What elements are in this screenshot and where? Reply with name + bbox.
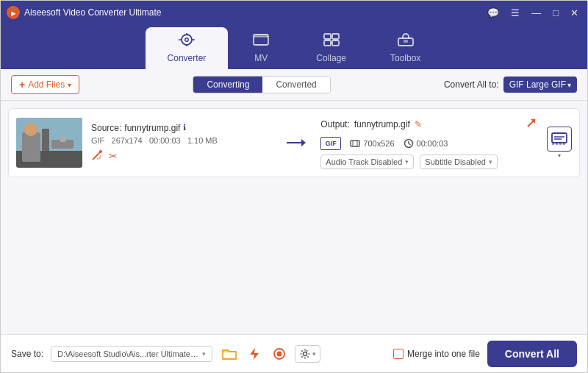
audio-track-label: Audio Track Disabled <box>326 157 402 166</box>
output-resolution: 700x526 <box>363 139 394 148</box>
svg-rect-22 <box>42 129 49 151</box>
converter-icon <box>179 33 195 50</box>
add-files-button[interactable]: + Add Files ▾ <box>11 75 79 94</box>
file-thumbnail <box>16 118 82 168</box>
audio-caret-icon: ▾ <box>405 158 409 166</box>
app-logo: ▶ <box>7 6 20 19</box>
subtitle-caret-icon: ▾ <box>489 158 492 166</box>
title-bar: ▶ Aiseesoft Video Converter Ultimate 💬 ☰… <box>1 1 587 24</box>
menu-icon[interactable]: ☰ <box>508 6 523 20</box>
edit-caret-icon: ▾ <box>558 152 561 159</box>
bottom-bar: Save to: D:\Aiseesoft Studio\Ais...rter … <box>1 334 587 372</box>
add-files-caret-icon: ▾ <box>68 81 71 89</box>
svg-rect-24 <box>60 136 66 142</box>
toolbox-icon <box>398 33 414 50</box>
plus-icon: + <box>19 79 25 90</box>
minimize-button[interactable]: — <box>528 6 544 20</box>
svg-rect-41 <box>552 133 567 143</box>
format-caret-icon: ▾ <box>567 81 571 89</box>
collage-icon <box>323 33 340 50</box>
file-info: Source: funnytrump.gif ℹ GIF 267x174 00:… <box>91 123 272 163</box>
save-path-select[interactable]: D:\Aiseesoft Studio\Ais...rter Ultimate\… <box>51 346 212 362</box>
open-folder-button[interactable] <box>220 344 239 363</box>
convert-all-to: Convert All to: GIF Large GIF ▾ <box>444 77 577 93</box>
svg-point-27 <box>99 150 102 153</box>
output-info: Output: funnytrump.gif ✎ GIF <box>320 116 538 169</box>
add-files-label: Add Files <box>28 79 65 90</box>
save-path-value: D:\Aiseesoft Studio\Ais...rter Ultimate\… <box>57 349 199 358</box>
svg-marker-32 <box>301 139 306 146</box>
svg-rect-13 <box>332 34 339 39</box>
thumbnail-image <box>16 118 82 168</box>
output-header: Output: funnytrump.gif ✎ <box>320 116 538 132</box>
svg-rect-12 <box>324 34 331 39</box>
svg-rect-15 <box>332 40 339 46</box>
tab-collage[interactable]: Collage <box>294 27 368 69</box>
record-button[interactable] <box>270 344 289 363</box>
edit-pencil-icon[interactable]: ✎ <box>415 119 422 129</box>
maximize-button[interactable]: □ <box>550 6 562 20</box>
tab-converter-label: Converter <box>168 53 207 63</box>
output-resolution-tag: 700x526 <box>350 138 394 149</box>
output-duration-tag: 00:00:03 <box>404 138 448 149</box>
tab-collage-label: Collage <box>316 53 346 63</box>
cut-icon[interactable]: ✂ <box>109 150 118 162</box>
svg-line-30 <box>99 157 101 159</box>
nav-bar: Converter MV Collage <box>1 24 587 69</box>
tab-mv[interactable]: MV <box>228 27 294 69</box>
output-dropdowns: Audio Track Disabled ▾ Subtitle Disabled… <box>320 154 538 169</box>
wand-icon[interactable] <box>91 149 103 163</box>
convert-all-button[interactable]: Convert All <box>487 341 577 367</box>
svg-point-4 <box>185 39 187 41</box>
svg-rect-17 <box>404 40 408 43</box>
audio-track-dropdown[interactable]: Audio Track Disabled ▾ <box>320 154 414 169</box>
save-to-label: Save to: <box>11 349 43 359</box>
svg-line-40 <box>409 143 411 145</box>
file-format: GIF <box>91 136 104 145</box>
svg-point-21 <box>24 123 37 136</box>
save-path-caret-icon: ▾ <box>202 350 206 358</box>
title-bar-left: ▶ Aiseesoft Video Converter Ultimate <box>7 6 162 19</box>
tab-toolbox[interactable]: Toolbox <box>368 27 442 69</box>
file-resolution: 267x174 <box>112 136 143 145</box>
converted-tab-button[interactable]: Converted <box>262 77 329 93</box>
tab-mv-label: MV <box>254 53 268 63</box>
svg-rect-35 <box>351 141 359 146</box>
file-duration: 00:00:03 <box>149 136 181 145</box>
gif-format-badge: GIF <box>320 137 341 150</box>
tab-toolbox-label: Toolbox <box>390 53 420 63</box>
chat-icon[interactable]: 💬 <box>484 6 502 20</box>
bottom-icons: ▾ <box>220 344 320 363</box>
converting-switcher: Converting Converted <box>193 76 330 93</box>
merge-check-icon <box>393 349 404 359</box>
settings-caret-icon: ▾ <box>312 350 316 358</box>
subtitle-dropdown[interactable]: Subtitle Disabled ▾ <box>420 154 498 169</box>
svg-text:▶: ▶ <box>11 10 16 17</box>
gif-badge-text: GIF <box>326 140 337 147</box>
output-label: Output: <box>320 119 349 129</box>
output-format-row: GIF 700x526 <box>320 137 538 150</box>
format-value: GIF Large GIF <box>509 79 566 90</box>
main-content: Source: funnytrump.gif ℹ GIF 267x174 00:… <box>1 101 587 334</box>
format-select[interactable]: GIF Large GIF ▾ <box>503 77 577 93</box>
source-filename: funnytrump.gif <box>124 123 180 133</box>
convert-arrow <box>281 135 312 150</box>
file-edit-button[interactable]: ▾ <box>547 127 572 159</box>
subtitle-label: Subtitle Disabled <box>425 157 486 166</box>
settings-gear-button[interactable]: ▾ <box>295 345 320 363</box>
svg-rect-20 <box>22 132 40 162</box>
svg-point-48 <box>304 352 307 355</box>
svg-marker-45 <box>250 348 259 360</box>
converting-tab-button[interactable]: Converting <box>193 77 262 93</box>
window-controls: 💬 ☰ — □ ✕ <box>484 6 581 20</box>
convert-all-to-label: Convert All to: <box>444 79 499 90</box>
edit-format-icon <box>547 127 572 152</box>
close-button[interactable]: ✕ <box>567 6 581 20</box>
merge-checkbox[interactable]: Merge into one file <box>393 349 480 359</box>
tab-converter[interactable]: Converter <box>146 27 229 69</box>
app-title: Aiseesoft Video Converter Ultimate <box>24 7 162 18</box>
info-icon[interactable]: ℹ <box>183 123 186 132</box>
flash-button[interactable] <box>245 344 264 363</box>
svg-point-47 <box>277 351 282 356</box>
output-upload-icon[interactable] <box>525 116 538 132</box>
